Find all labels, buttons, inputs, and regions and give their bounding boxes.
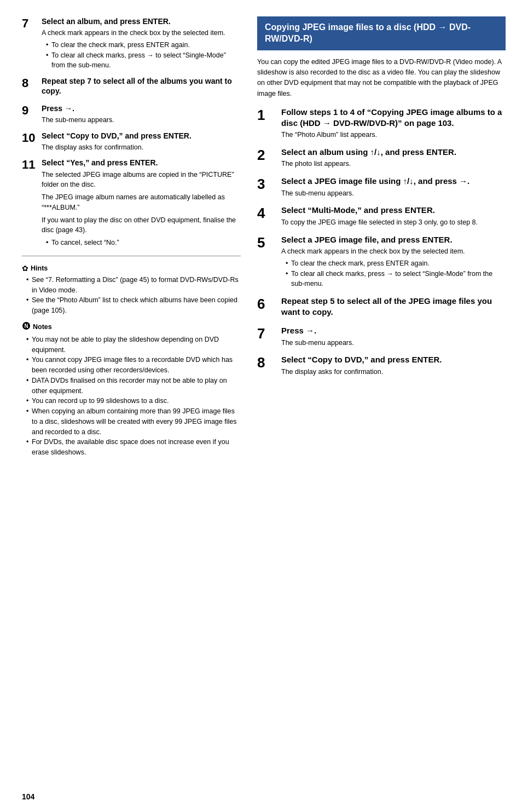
- right-step-5-bullets: To clear the check mark, press ENTER aga…: [281, 258, 506, 289]
- right-step-7-content: Press →. The sub-menu appears.: [281, 325, 506, 348]
- notes-title: N Notes: [22, 321, 241, 332]
- right-step-5-block: 5 Select a JPEG image file, and press EN…: [257, 234, 506, 290]
- note-3: DATA DVDs finalised on this recorder may…: [26, 376, 241, 396]
- step-11-body-2: The JPEG image album names are automatic…: [42, 192, 241, 213]
- step-9-block: 9 Press →. The sub-menu appears.: [22, 103, 241, 125]
- right-step-3-block: 3 Select a JPEG image file using ↑/↓, an…: [257, 176, 506, 198]
- note-2: You cannot copy JPEG image files to a re…: [26, 355, 241, 376]
- right-step-7-num: 7: [257, 326, 281, 341]
- step-7-bullets: To clear the check mark, press ENTER aga…: [42, 40, 241, 71]
- right-step-2-num: 2: [257, 148, 281, 162]
- right-step-7-block: 7 Press →. The sub-menu appears.: [257, 325, 506, 348]
- right-step-5-num: 5: [257, 235, 281, 250]
- step-7-title: Select an album, and press ENTER.: [42, 16, 241, 26]
- left-column: 7 Select an album, and press ENTER. A ch…: [0, 11, 252, 796]
- right-step-5-content: Select a JPEG image file, and press ENTE…: [281, 234, 506, 290]
- right-step-5-title: Select a JPEG image file, and press ENTE…: [281, 234, 506, 245]
- right-step-3-body: The sub-menu appears.: [281, 188, 506, 199]
- step-11-title: Select “Yes,” and press ENTER.: [42, 158, 241, 168]
- step-7-body: A check mark appears in the check box by…: [42, 28, 241, 38]
- right-step-5-body: A check mark appears in the check box by…: [281, 246, 506, 257]
- notes-label: Notes: [33, 323, 52, 331]
- right-step-7-title: Press →.: [281, 325, 506, 336]
- right-step-6-title: Repeat step 5 to select all of the JPEG …: [281, 296, 506, 317]
- right-step-2-title: Select an album using ↑/↓, and press ENT…: [281, 147, 506, 158]
- right-step-8-block: 8 Select “Copy to DVD,” and press ENTER.…: [257, 354, 506, 377]
- step-7-block: 7 Select an album, and press ENTER. A ch…: [22, 16, 241, 71]
- step-10-body: The display asks for confirmation.: [42, 142, 241, 153]
- hints-list: See “7. Reformatting a Disc” (page 45) t…: [22, 275, 241, 316]
- right-step-4-block: 4 Select “Multi-Mode,” and press ENTER. …: [257, 205, 506, 227]
- step-10-content: Select “Copy to DVD,” and press ENTER. T…: [42, 131, 241, 153]
- right-step-8-body: The display asks for confirmation.: [281, 367, 506, 377]
- step-11-block: 11 Select “Yes,” and press ENTER. The se…: [22, 158, 241, 247]
- step-7-num: 7: [22, 18, 42, 30]
- step-9-title: Press →.: [42, 103, 241, 113]
- right-step-1-content: Follow steps 1 to 4 of “Copying JPEG ima…: [281, 107, 506, 140]
- divider: [22, 256, 241, 256]
- right-step-5-bullet-2: To clear all check marks, press → to sel…: [286, 269, 506, 290]
- right-step-6-block: 6 Repeat step 5 to select all of the JPE…: [257, 296, 506, 319]
- step-8-content: Repeat step 7 to select all of the album…: [42, 76, 241, 97]
- step-9-content: Press →. The sub-menu appears.: [42, 103, 241, 125]
- right-step-2-content: Select an album using ↑/↓, and press ENT…: [281, 147, 506, 169]
- step-9-body: The sub-menu appears.: [42, 115, 241, 125]
- step-11-body-3: If you want to play the disc on other DV…: [42, 215, 241, 236]
- right-step-3-content: Select a JPEG image file using ↑/↓, and …: [281, 176, 506, 198]
- right-step-2-body: The photo list appears.: [281, 159, 506, 169]
- hints-title: ✿ Hints: [22, 264, 241, 273]
- right-step-8-num: 8: [257, 355, 281, 370]
- hint-1: See “7. Reformatting a Disc” (page 45) t…: [26, 275, 241, 296]
- right-column: Copying JPEG image files to a disc (HDD …: [252, 11, 522, 796]
- right-step-1-num: 1: [257, 108, 281, 122]
- notes-list: You may not be able to play the slidesho…: [22, 335, 241, 458]
- right-step-6-content: Repeat step 5 to select all of the JPEG …: [281, 296, 506, 319]
- right-step-5-bullet-1: To clear the check mark, press ENTER aga…: [286, 258, 506, 269]
- right-step-2-block: 2 Select an album using ↑/↓, and press E…: [257, 147, 506, 169]
- right-step-7-body: The sub-menu appears.: [281, 338, 506, 348]
- right-step-4-body: To copy the JPEG image file selected in …: [281, 217, 506, 228]
- right-intro: You can copy the edited JPEG image files…: [257, 57, 506, 100]
- step-10-num: 10: [22, 132, 42, 144]
- section-header: Copying JPEG image files to a disc (HDD …: [257, 16, 506, 50]
- right-step-8-title: Select “Copy to DVD,” and press ENTER.: [281, 354, 506, 365]
- page-number: 104: [22, 792, 34, 801]
- note-5: When copying an album containing more th…: [26, 406, 241, 437]
- right-step-6-num: 6: [257, 297, 281, 311]
- right-step-3-title: Select a JPEG image file using ↑/↓, and …: [281, 176, 506, 187]
- step-8-block: 8 Repeat step 7 to select all of the alb…: [22, 76, 241, 97]
- step-11-bullet-1: To cancel, select “No.”: [46, 238, 241, 248]
- step-7-bullet-2: To clear all check marks, press → to sel…: [46, 50, 241, 71]
- right-step-4-title: Select “Multi-Mode,” and press ENTER.: [281, 205, 506, 216]
- hints-label: Hints: [31, 264, 48, 272]
- step-8-title: Repeat step 7 to select all of the album…: [42, 76, 241, 96]
- notes-section: N Notes You may not be able to play the …: [22, 321, 241, 458]
- step-11-bullets: To cancel, select “No.”: [42, 238, 241, 248]
- hint-2: See the “Photo Album” list to check whic…: [26, 295, 241, 316]
- step-8-num: 8: [22, 77, 42, 89]
- hints-icon: ✿: [22, 264, 28, 273]
- step-11-body-1: The selected JPEG image albums are copie…: [42, 170, 241, 191]
- note-4: You can record up to 99 slideshows to a …: [26, 396, 241, 406]
- right-step-1-block: 1 Follow steps 1 to 4 of “Copying JPEG i…: [257, 107, 506, 140]
- step-9-num: 9: [22, 105, 42, 117]
- hints-section: ✿ Hints See “7. Reformatting a Disc” (pa…: [22, 264, 241, 316]
- right-step-1-body: The “Photo Album” list appears.: [281, 130, 506, 140]
- step-7-content: Select an album, and press ENTER. A chec…: [42, 16, 241, 71]
- note-1: You may not be able to play the slidesho…: [26, 335, 241, 355]
- right-step-4-content: Select “Multi-Mode,” and press ENTER. To…: [281, 205, 506, 227]
- notes-icon: N: [22, 321, 31, 332]
- right-step-4-num: 4: [257, 206, 281, 220]
- note-6: For DVDs, the available disc space does …: [26, 437, 241, 458]
- right-step-3-num: 3: [257, 177, 281, 191]
- step-10-block: 10 Select “Copy to DVD,” and press ENTER…: [22, 131, 241, 153]
- step-11-num: 11: [22, 159, 42, 171]
- step-11-content: Select “Yes,” and press ENTER. The selec…: [42, 158, 241, 247]
- step-7-bullet-1: To clear the check mark, press ENTER aga…: [46, 40, 241, 50]
- step-10-title: Select “Copy to DVD,” and press ENTER.: [42, 131, 241, 141]
- right-step-8-content: Select “Copy to DVD,” and press ENTER. T…: [281, 354, 506, 377]
- svg-text:N: N: [24, 323, 28, 329]
- right-step-1-title: Follow steps 1 to 4 of “Copying JPEG ima…: [281, 107, 506, 128]
